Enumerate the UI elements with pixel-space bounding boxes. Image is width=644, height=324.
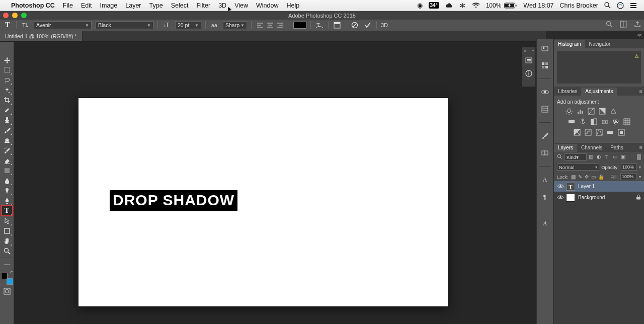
tab-layers[interactable]: Layers <box>554 144 577 152</box>
menu-select[interactable]: Select <box>167 0 193 11</box>
adj-colorlookup-icon[interactable] <box>623 118 631 126</box>
filter-pixel-icon[interactable]: ▧ <box>589 154 595 160</box>
panel-menu-icon[interactable]: ≡ <box>639 88 642 94</box>
tab-histogram[interactable]: Histogram <box>554 40 585 48</box>
lock-pixels-icon[interactable]: ✎ <box>578 174 582 180</box>
clone-source-panel-icon[interactable] <box>540 148 550 158</box>
crop-tool[interactable] <box>2 95 13 105</box>
window-traffic-lights[interactable] <box>3 13 27 18</box>
document-tab[interactable]: Untitled-1 @ 100% (RGB/8#) * <box>0 31 83 41</box>
adj-selective-icon[interactable] <box>617 128 625 136</box>
status-cloud-icon[interactable] <box>442 0 456 11</box>
menu-layer[interactable]: Layer <box>121 0 145 11</box>
close-window-button[interactable] <box>3 13 9 18</box>
filter-toggle[interactable] <box>637 154 641 160</box>
zoom-tool[interactable] <box>2 246 13 256</box>
visibility-toggle-icon[interactable] <box>557 195 563 201</box>
background-color[interactable] <box>7 278 13 285</box>
marquee-tool[interactable] <box>2 65 13 75</box>
menu-filter[interactable]: Filter <box>192 0 214 11</box>
adj-threshold-icon[interactable] <box>595 128 603 136</box>
lock-position-icon[interactable]: ✥ <box>585 174 589 180</box>
app-menu[interactable]: Photoshop CC <box>7 0 59 11</box>
menu-image[interactable]: Image <box>96 0 122 11</box>
cancel-edits-button[interactable] <box>350 21 359 30</box>
character-panel-icon[interactable]: A <box>540 175 550 185</box>
layer-name[interactable]: Background <box>578 195 605 200</box>
eraser-tool[interactable] <box>2 155 13 166</box>
collapse-panels-icon[interactable]: ≪ <box>637 32 642 38</box>
adj-exposure-icon[interactable] <box>598 107 606 115</box>
history-brush-tool[interactable] <box>2 145 13 155</box>
text-layer-selection[interactable]: DROP SHADOW <box>110 190 237 211</box>
panel-menu-icon[interactable]: ≡ <box>639 144 642 150</box>
type-tool[interactable]: T <box>2 206 13 216</box>
filter-kind-dropdown[interactable]: Kind▾ <box>565 153 587 160</box>
info-icon[interactable]: i <box>525 69 533 79</box>
menu-view[interactable]: View <box>230 0 252 11</box>
adj-vibrance-icon[interactable] <box>609 107 617 115</box>
lock-transparent-icon[interactable]: ▩ <box>571 174 576 180</box>
tab-channels[interactable]: Channels <box>577 144 606 152</box>
status-user[interactable]: Chris Brooker <box>557 0 601 11</box>
visibility-toggle-icon[interactable] <box>557 184 563 190</box>
align-right-button[interactable] <box>276 21 285 30</box>
tab-libraries[interactable]: Libraries <box>554 88 581 96</box>
swatches-panel-icon[interactable] <box>540 60 550 70</box>
eye-panel-icon[interactable] <box>540 87 550 97</box>
arrange-docs-icon[interactable] <box>620 21 627 28</box>
share-icon[interactable] <box>634 21 641 28</box>
lasso-tool[interactable] <box>2 75 13 85</box>
pen-tool[interactable] <box>2 196 13 206</box>
canvas-area[interactable]: DROP SHADOW <box>14 42 536 324</box>
swap-colors-icon[interactable]: ⤺ <box>10 270 14 274</box>
layer-item[interactable]: T Layer 1 <box>554 181 644 192</box>
filter-shape-icon[interactable]: ▭ <box>613 154 619 160</box>
fill-input[interactable] <box>620 173 636 180</box>
layer-item[interactable]: Background <box>554 192 644 203</box>
opacity-input[interactable] <box>621 164 637 171</box>
eyedropper-tool[interactable] <box>2 105 13 115</box>
layer-thumbnail[interactable] <box>566 194 575 202</box>
status-temp[interactable]: 34° <box>426 0 442 11</box>
adj-brightness-icon[interactable] <box>565 107 573 115</box>
antialias-dropdown[interactable]: Sharp▼ <box>223 21 247 29</box>
clone-stamp-tool[interactable] <box>2 135 13 145</box>
status-battery[interactable]: 100% <box>483 0 521 11</box>
menu-file[interactable]: File <box>59 0 77 11</box>
tab-navigator[interactable]: Navigator <box>585 40 615 48</box>
menu-help[interactable]: Help <box>283 0 304 11</box>
adj-colorbalance-icon[interactable] <box>579 118 587 126</box>
layer-name[interactable]: Layer 1 <box>578 184 595 189</box>
align-left-button[interactable] <box>256 21 265 30</box>
status-network-icon[interactable] <box>456 0 469 11</box>
menu-type[interactable]: Type <box>145 0 167 11</box>
adj-gradmap-icon[interactable] <box>606 128 614 136</box>
brushes-panel-icon[interactable] <box>540 131 550 141</box>
properties-panel-icon[interactable] <box>540 104 550 114</box>
adj-hue-icon[interactable] <box>568 118 576 126</box>
adj-channelmix-icon[interactable] <box>612 118 620 126</box>
font-style-dropdown[interactable]: Black▼ <box>96 21 153 29</box>
brush-tool[interactable] <box>2 125 13 135</box>
tab-paths[interactable]: Paths <box>606 144 627 152</box>
adj-bw-icon[interactable] <box>590 118 598 126</box>
font-size-dropdown[interactable]: 20 pt▼ <box>175 21 201 29</box>
character-panel-button[interactable] <box>333 21 342 30</box>
move-tool[interactable] <box>2 55 13 65</box>
search-icon[interactable] <box>606 21 613 28</box>
zoom-window-button[interactable] <box>21 13 27 18</box>
filter-type-icon[interactable]: T <box>605 154 611 160</box>
foreground-background-colors[interactable]: ⤺ <box>1 273 13 285</box>
blend-mode-dropdown[interactable]: Normal▾ <box>557 164 599 171</box>
notifications-icon[interactable] <box>627 0 640 11</box>
shape-tool[interactable] <box>2 226 13 236</box>
dodge-tool[interactable] <box>2 186 13 196</box>
hand-tool[interactable] <box>2 236 13 246</box>
paragraph-panel-icon[interactable]: ¶ <box>540 192 550 202</box>
glyph-panel-icon[interactable]: A <box>540 218 550 228</box>
close-icon[interactable]: × <box>524 48 526 53</box>
tool-preset-picker[interactable]: T <box>3 21 12 30</box>
filter-adjust-icon[interactable]: ◐ <box>597 154 603 160</box>
commit-edits-button[interactable] <box>363 21 372 30</box>
